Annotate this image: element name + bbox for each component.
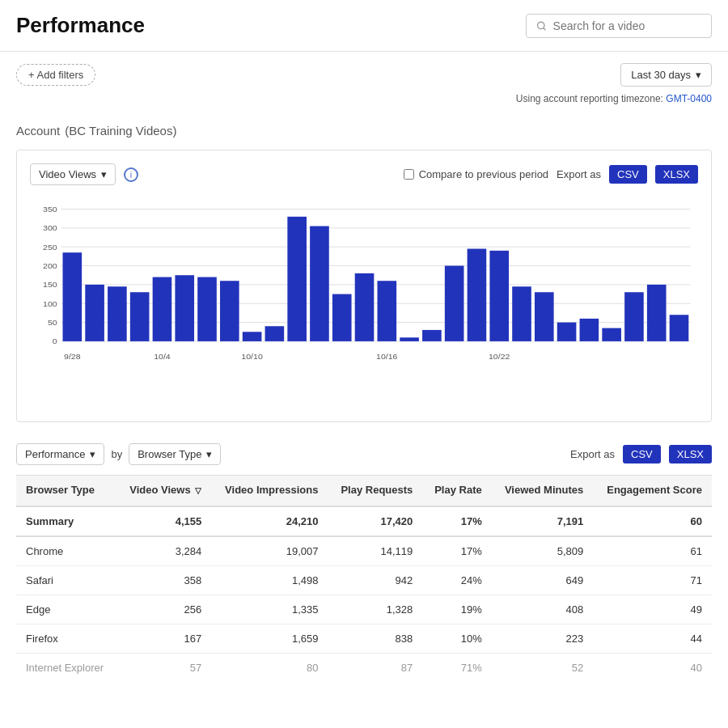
- summary-viewed-minutes: 7,191: [492, 506, 594, 536]
- svg-rect-19: [85, 285, 104, 341]
- play-requests-value: 838: [328, 624, 422, 653]
- svg-rect-41: [580, 319, 599, 341]
- engagement-score-value: 44: [593, 624, 712, 653]
- svg-text:100: 100: [43, 299, 57, 308]
- by-text: by: [111, 448, 122, 460]
- chevron-down-icon: ▾: [90, 448, 95, 460]
- svg-text:350: 350: [43, 205, 57, 214]
- info-icon[interactable]: i: [124, 167, 138, 182]
- chart-toolbar: Video Views ▾ i Compare to previous peri…: [30, 163, 698, 185]
- col-browser-type: Browser Type: [16, 476, 116, 506]
- date-range-dropdown[interactable]: Last 30 days ▾: [620, 63, 712, 87]
- summary-engagement-score: 60: [593, 506, 712, 536]
- date-range-label: Last 30 days: [631, 69, 691, 81]
- col-engagement-score: Engagement Score: [593, 476, 712, 506]
- browser-type-dropdown[interactable]: Browser Type ▾: [129, 443, 221, 465]
- svg-text:10/16: 10/16: [376, 352, 398, 361]
- svg-line-1: [544, 28, 545, 29]
- metric-label: Video Views: [39, 168, 96, 180]
- chart-xlsx-button[interactable]: XLSX: [655, 165, 698, 184]
- svg-rect-27: [265, 326, 285, 341]
- svg-rect-21: [130, 292, 150, 341]
- sort-icon: ▽: [195, 485, 201, 496]
- header: Performance: [0, 0, 728, 52]
- video-views-value: 57: [116, 653, 211, 682]
- col-video-impressions: Video Impressions: [211, 476, 328, 506]
- search-input[interactable]: [553, 19, 701, 32]
- svg-text:200: 200: [43, 261, 57, 270]
- account-heading: Account (BC Training Videos): [0, 111, 728, 150]
- table-row: Chrome 3,284 19,007 14,119 17% 5,809 61: [16, 536, 712, 566]
- play-requests-value: 87: [328, 653, 422, 682]
- svg-rect-42: [602, 328, 621, 341]
- svg-text:10/10: 10/10: [241, 352, 263, 361]
- svg-rect-28: [287, 217, 307, 341]
- svg-rect-23: [175, 275, 194, 341]
- engagement-score-value: 40: [593, 653, 712, 682]
- svg-text:250: 250: [43, 243, 57, 252]
- chart-toolbar-right: Compare to previous period Export as CSV…: [404, 165, 698, 184]
- impressions-value: 1,659: [211, 624, 328, 653]
- engagement-score-value: 49: [593, 595, 712, 624]
- metric-dropdown[interactable]: Video Views ▾: [30, 163, 116, 185]
- engagement-score-value: 71: [593, 565, 712, 595]
- table-section: Performance ▾ by Browser Type ▾ Export a…: [16, 435, 712, 682]
- table-row: Edge 256 1,335 1,328 19% 408 49: [16, 595, 712, 624]
- summary-impressions: 24,210: [211, 506, 328, 536]
- export-label: Export as: [557, 168, 601, 180]
- video-views-value: 256: [116, 595, 211, 624]
- timezone-link[interactable]: GMT-0400: [666, 93, 712, 104]
- add-filters-button[interactable]: + Add filters: [16, 64, 95, 86]
- svg-text:50: 50: [48, 318, 57, 327]
- summary-video-views: 4,155: [116, 506, 211, 536]
- table-export-label: Export as: [570, 448, 615, 460]
- video-views-value: 167: [116, 624, 211, 653]
- svg-rect-33: [400, 337, 419, 341]
- chart-card: Video Views ▾ i Compare to previous peri…: [16, 150, 712, 422]
- browser-name: Edge: [16, 595, 116, 624]
- svg-rect-43: [624, 292, 644, 341]
- account-subtitle: (BC Training Videos): [65, 124, 176, 138]
- svg-rect-26: [243, 332, 262, 341]
- svg-rect-45: [670, 315, 689, 341]
- performance-dropdown[interactable]: Performance ▾: [16, 443, 104, 465]
- filters-row: + Add filters Last 30 days ▾: [0, 52, 728, 91]
- viewed-minutes-value: 408: [492, 595, 594, 624]
- timezone-note: Using account reporting timezone: GMT-04…: [0, 91, 728, 111]
- svg-rect-29: [310, 226, 329, 341]
- svg-rect-35: [445, 266, 464, 341]
- search-box[interactable]: [526, 14, 712, 38]
- svg-text:0: 0: [53, 337, 57, 346]
- play-rate-value: 19%: [422, 595, 491, 624]
- impressions-value: 1,498: [211, 565, 328, 595]
- svg-rect-25: [220, 281, 239, 341]
- summary-row: Summary 4,155 24,210 17,420 17% 7,191 60: [16, 506, 712, 536]
- browser-name: Chrome: [16, 536, 116, 566]
- col-play-rate: Play Rate: [422, 476, 491, 506]
- play-rate-value: 10%: [422, 624, 491, 653]
- viewed-minutes-value: 649: [492, 565, 594, 595]
- table-xlsx-button[interactable]: XLSX: [669, 445, 712, 463]
- svg-text:300: 300: [43, 224, 57, 233]
- compare-checkbox-label[interactable]: Compare to previous period: [404, 168, 548, 180]
- table-toolbar-right: Export as CSV XLSX: [570, 445, 712, 463]
- col-video-views[interactable]: Video Views ▽: [116, 476, 211, 506]
- play-requests-value: 942: [328, 565, 422, 595]
- chevron-down-icon: ▾: [101, 168, 107, 180]
- table-csv-button[interactable]: CSV: [623, 445, 661, 463]
- chart-svg: 0501001502002503003509/2810/410/1010/161…: [30, 198, 698, 384]
- performance-label: Performance: [25, 448, 85, 460]
- summary-play-rate: 17%: [422, 506, 491, 536]
- compare-checkbox[interactable]: [404, 169, 414, 180]
- chart-csv-button[interactable]: CSV: [609, 165, 647, 184]
- chevron-down-icon: ▾: [206, 448, 212, 460]
- browser-name: Firefox: [16, 624, 116, 653]
- chevron-down-icon: ▾: [696, 69, 701, 81]
- video-views-value: 3,284: [116, 536, 211, 566]
- table-row: Firefox 167 1,659 838 10% 223 44: [16, 624, 712, 653]
- impressions-value: 1,335: [211, 595, 328, 624]
- col-viewed-minutes: Viewed Minutes: [492, 476, 594, 506]
- browser-name: Internet Explorer: [16, 653, 116, 682]
- page-title: Performance: [16, 13, 145, 38]
- browser-name: Safari: [16, 565, 116, 595]
